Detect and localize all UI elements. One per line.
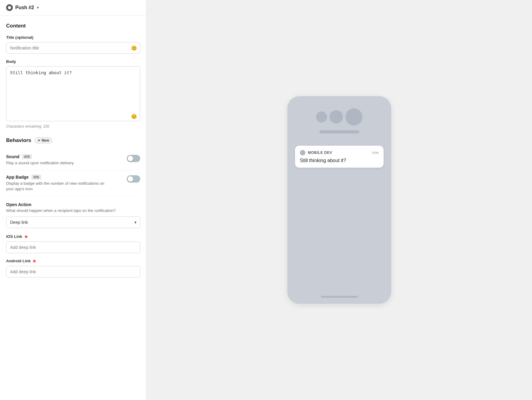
camera-center xyxy=(330,110,343,124)
right-panel: MOBILE DEV now Still thinking about it? xyxy=(147,0,532,400)
body-field-label: Body xyxy=(6,59,140,64)
sound-toggle-row: Sound iOS Play a sound upon notification… xyxy=(6,150,140,170)
notif-app-icon xyxy=(300,150,305,155)
phone-mockup: MOBILE DEV now Still thinking about it? xyxy=(287,96,391,304)
behaviors-header: Behaviors ✦ New xyxy=(6,137,140,144)
title-field-label: Title (optional) xyxy=(6,35,140,40)
sound-platform-badge: iOS xyxy=(22,154,32,159)
body-textarea-wrapper: Still thinking about it? 😊 xyxy=(6,66,140,122)
ios-required-star: ★ xyxy=(24,234,28,239)
camera-right xyxy=(345,108,363,125)
open-action-select[interactable]: Deep link Open app Open URL None xyxy=(6,216,140,228)
char-count: Characters remaining: 230 xyxy=(6,124,140,129)
sound-description: Play a sound upon notification delivery xyxy=(6,160,74,166)
sound-toggle[interactable] xyxy=(127,155,140,162)
phone-line xyxy=(319,130,359,133)
app-badge-description: Display a badge with the number of new n… xyxy=(6,181,110,192)
android-link-label: Android Link ★ xyxy=(6,259,140,264)
open-action-section: Open Action What should happen when a re… xyxy=(6,197,140,278)
sparkle-icon: ✦ xyxy=(38,139,40,143)
sound-info: Sound iOS Play a sound upon notification… xyxy=(6,154,74,166)
sound-toggle-slider xyxy=(127,155,140,162)
title-input-wrapper: 😊 xyxy=(6,42,140,54)
title-emoji-button[interactable]: 😊 xyxy=(131,45,137,51)
new-badge-label: New xyxy=(42,138,49,143)
phone-cameras xyxy=(316,108,363,125)
open-action-title: Open Action xyxy=(6,202,140,207)
open-action-description: What should happen when a recipient taps… xyxy=(6,208,140,213)
open-action-select-wrapper: Deep link Open app Open URL None ▾ xyxy=(6,216,140,228)
body-textarea[interactable]: Still thinking about it? xyxy=(6,66,140,121)
header: Push #2 ▾ xyxy=(0,0,146,16)
notification-card: MOBILE DEV now Still thinking about it? xyxy=(295,146,384,168)
android-link-input[interactable] xyxy=(6,266,140,278)
app-badge-toggle-slider xyxy=(127,175,140,183)
behaviors-title: Behaviors xyxy=(6,137,31,144)
phone-bottom-bar xyxy=(321,296,358,298)
app-badge-info: App Badge iOS Display a badge with the n… xyxy=(6,175,110,192)
notif-header: MOBILE DEV now xyxy=(300,150,379,155)
body-emoji-button[interactable]: 😊 xyxy=(131,114,137,119)
notif-body: Still thinking about it? xyxy=(300,158,379,163)
android-link-section: Android Link ★ xyxy=(6,259,140,278)
app-badge-platform-badge: iOS xyxy=(31,175,41,180)
android-link-input-wrapper xyxy=(6,266,140,278)
header-title: Push #2 xyxy=(15,5,34,10)
left-panel: Push #2 ▾ Content Title (optional) 😊 Bod… xyxy=(0,0,147,400)
android-required-star: ★ xyxy=(32,259,36,264)
push-icon xyxy=(6,4,13,11)
ios-link-input-wrapper xyxy=(6,242,140,253)
notif-app-name: MOBILE DEV xyxy=(308,151,332,155)
header-dropdown-arrow[interactable]: ▾ xyxy=(37,5,39,10)
camera-left xyxy=(316,111,327,122)
body-field-group: Body Still thinking about it? 😊 Characte… xyxy=(6,59,140,129)
title-field-group: Title (optional) 😊 xyxy=(6,35,140,54)
content-section-title: Content xyxy=(6,23,140,29)
new-badge: ✦ New xyxy=(34,137,53,144)
app-badge-toggle[interactable] xyxy=(127,175,140,183)
form-area: Content Title (optional) 😊 Body Still th… xyxy=(0,16,146,400)
app-badge-toggle-row: App Badge iOS Display a badge with the n… xyxy=(6,170,140,196)
ios-link-label: iOS Link ★ xyxy=(6,234,140,239)
sound-label: Sound iOS xyxy=(6,154,74,159)
notif-app-info: MOBILE DEV xyxy=(300,150,332,155)
svg-point-0 xyxy=(8,6,11,9)
ios-link-input[interactable] xyxy=(6,242,140,253)
title-input[interactable] xyxy=(6,42,140,54)
ios-link-section: iOS Link ★ xyxy=(6,234,140,253)
app-badge-label: App Badge iOS xyxy=(6,175,110,180)
notif-time: now xyxy=(372,151,379,155)
